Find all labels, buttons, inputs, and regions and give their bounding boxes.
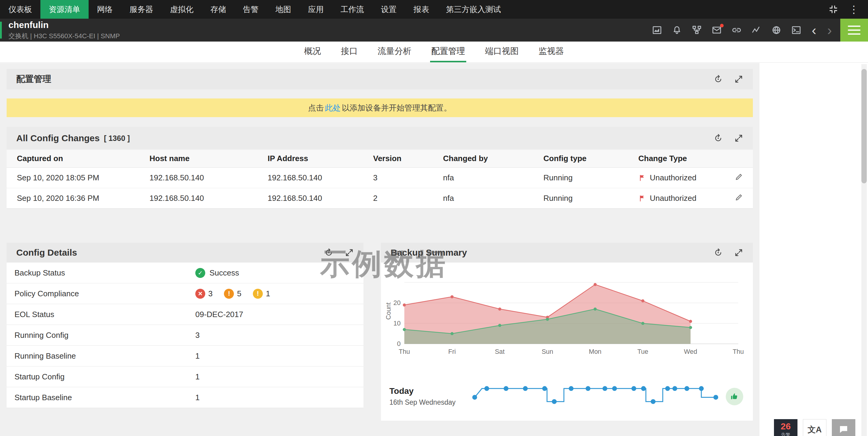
- critical-count[interactable]: 3: [208, 289, 213, 298]
- nav-item-inventory[interactable]: 资源清单: [40, 0, 89, 19]
- cell-change-type: Unauthorized: [650, 194, 696, 203]
- device-accent-bar: [0, 22, 2, 38]
- refresh-icon[interactable]: [714, 75, 723, 84]
- nav-item-servers[interactable]: 服务器: [121, 0, 161, 19]
- tab-interfaces[interactable]: 接口: [340, 41, 359, 62]
- detail-row-policy-compliance: Policy Compliance ×3 !5 !1: [7, 283, 364, 304]
- alarm-count-widget[interactable]: 26 告警: [774, 419, 798, 436]
- device-tab-bar: 概况 接口 流量分析 配置管理 端口视图 监视器: [0, 41, 868, 63]
- svg-text:Tue: Tue: [638, 348, 648, 355]
- translate-widget[interactable]: 文A: [803, 419, 827, 436]
- svg-text:Thu: Thu: [733, 348, 744, 355]
- sparkline-icon[interactable]: [751, 25, 762, 35]
- tab-config-management[interactable]: 配置管理: [430, 41, 466, 62]
- svg-text:Sun: Sun: [541, 348, 553, 355]
- scrollbar-thumb[interactable]: [861, 69, 867, 183]
- main-content: 配置管理 点击 此处 以添加设备并开始管理其配置。 All Config Cha…: [0, 63, 760, 436]
- detail-row-backup-status: Backup Status ✓ Success: [7, 263, 364, 283]
- nav-item-applications[interactable]: 应用: [300, 0, 332, 19]
- device-header: chenfulin 交换机 | H3C S5560X-54C-EI | SNMP…: [0, 19, 868, 41]
- svg-text:Thu: Thu: [399, 348, 410, 355]
- nav-item-maps[interactable]: 地图: [267, 0, 300, 19]
- today-label: Today: [390, 386, 465, 396]
- minor-count[interactable]: 1: [266, 289, 270, 298]
- tab-overview[interactable]: 概况: [303, 41, 322, 62]
- expand-icon[interactable]: [345, 248, 354, 257]
- refresh-icon[interactable]: [714, 134, 723, 143]
- hamburger-menu-button[interactable]: [840, 19, 868, 41]
- nav-item-alarms[interactable]: 告警: [235, 0, 267, 19]
- edit-pencil-icon[interactable]: [735, 193, 743, 201]
- nav-item-workflow[interactable]: 工作流: [332, 0, 373, 19]
- edit-pencil-icon[interactable]: [735, 172, 743, 181]
- config-details-title: Config Details: [16, 247, 77, 258]
- col-config-type: Config type: [544, 154, 638, 163]
- cell-config-type: Running: [544, 173, 638, 182]
- config-mgmt-panel: 配置管理: [7, 69, 753, 90]
- chevron-left-icon[interactable]: ‹: [811, 23, 817, 37]
- major-count[interactable]: 5: [237, 289, 241, 298]
- col-host-name: Host name: [150, 154, 268, 163]
- tab-port-view[interactable]: 端口视图: [484, 41, 520, 62]
- col-changed-by: Changed by: [443, 154, 544, 163]
- globe-icon[interactable]: [771, 25, 781, 35]
- detail-row-running-config: Running Config 3: [7, 325, 364, 346]
- terminal-icon[interactable]: [791, 25, 801, 35]
- nav-item-reports[interactable]: 报表: [405, 0, 438, 19]
- scrollbar-track[interactable]: [861, 64, 867, 436]
- acc-table-row: Sep 10, 2020 16:36 PM 192.168.50.140 192…: [7, 188, 753, 209]
- nav-item-thirdparty[interactable]: 第三方嵌入测试: [438, 0, 509, 19]
- success-check-icon: ✓: [195, 268, 205, 278]
- cell-ip: 192.168.50.140: [268, 194, 373, 203]
- acc-count-badge: [ 1360 ]: [104, 134, 130, 143]
- nav-item-dashboard[interactable]: 仪表板: [0, 0, 40, 19]
- col-ip-address: IP Address: [268, 154, 373, 163]
- notice-suffix: 以添加设备并开始管理其配置。: [342, 103, 452, 113]
- alarm-bell-icon[interactable]: [672, 25, 682, 35]
- chat-widget[interactable]: [832, 419, 855, 436]
- svg-text:Fri: Fri: [448, 348, 456, 355]
- backup-summary-chart: 01020ThuFriSatSunMonTueWedThuCount: [386, 273, 744, 357]
- mail-icon[interactable]: [712, 25, 722, 35]
- alarm-count: 26: [781, 422, 790, 431]
- acc-table-row: Sep 10, 2020 18:05 PM 192.168.50.140 192…: [7, 168, 753, 188]
- tab-monitors[interactable]: 监视器: [537, 41, 565, 62]
- refresh-icon[interactable]: [714, 248, 723, 257]
- major-icon: !: [224, 289, 234, 299]
- thumbs-up-icon: [730, 392, 739, 401]
- detail-row-eol: EOL Status 09-DEC-2017: [7, 304, 364, 325]
- svg-text:0: 0: [397, 340, 401, 347]
- nav-item-virtualization[interactable]: 虚拟化: [161, 0, 202, 19]
- backup-summary-title: Backup Summary: [391, 247, 467, 258]
- kebab-menu-icon[interactable]: ⋮: [849, 4, 859, 14]
- exit-fullscreen-icon[interactable]: [828, 4, 838, 14]
- config-details-panel: Config Details Backup Status ✓ Success P…: [7, 243, 364, 408]
- mail-badge: [720, 24, 724, 27]
- performance-chart-icon[interactable]: [652, 25, 662, 35]
- cell-host: 192.168.50.140: [150, 194, 268, 203]
- expand-icon[interactable]: [734, 134, 743, 143]
- nav-item-network[interactable]: 网络: [89, 0, 121, 19]
- backup-status-value: Success: [210, 268, 239, 278]
- unauthorized-flag-icon: [638, 195, 646, 202]
- tab-traffic-analysis[interactable]: 流量分析: [376, 41, 412, 62]
- notice-prefix: 点击: [308, 103, 324, 113]
- link-icon[interactable]: [732, 25, 742, 35]
- col-change-type: Change Type: [638, 154, 735, 163]
- critical-icon: ×: [195, 289, 205, 299]
- nav-item-storage[interactable]: 存储: [202, 0, 235, 19]
- translate-icon: 文A: [808, 424, 822, 435]
- cell-host: 192.168.50.140: [150, 173, 268, 182]
- refresh-icon[interactable]: [324, 248, 333, 257]
- chevron-right-icon[interactable]: ›: [827, 23, 832, 37]
- acc-table-header: Captured on Host name IP Address Version…: [7, 149, 753, 168]
- topology-icon[interactable]: [692, 25, 702, 35]
- cell-changed-by: nfa: [443, 173, 544, 182]
- thumbs-up-button[interactable]: [726, 388, 743, 405]
- notice-here-link[interactable]: 此处: [325, 103, 341, 113]
- nav-item-settings[interactable]: 设置: [373, 0, 405, 19]
- expand-icon[interactable]: [734, 75, 743, 84]
- add-device-notice: 点击 此处 以添加设备并开始管理其配置。: [7, 98, 753, 117]
- expand-icon[interactable]: [734, 248, 743, 257]
- startup-baseline-value: 1: [195, 393, 199, 402]
